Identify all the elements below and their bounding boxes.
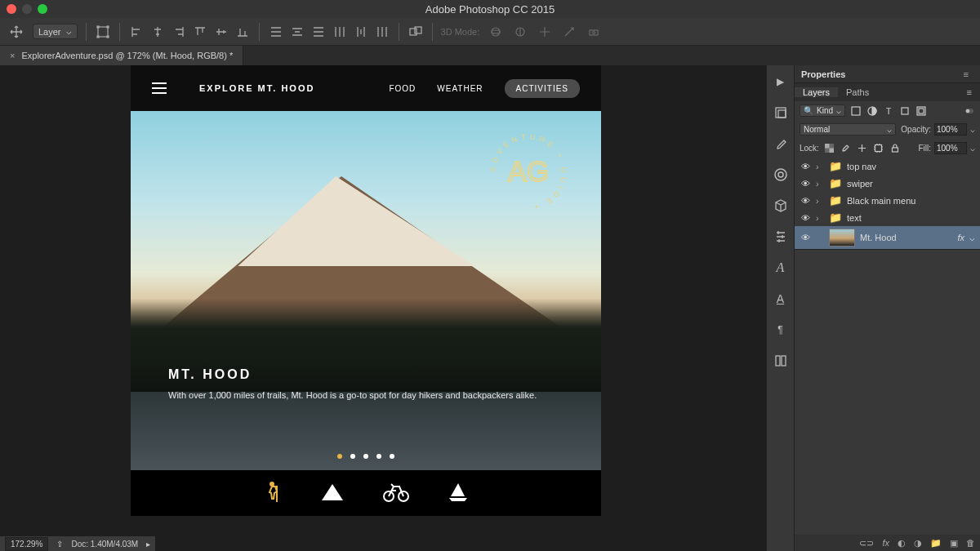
workspace: EXPLORE MT. HOOD FOOD WEATHER ACTIVITIES — [0, 65, 980, 551]
svg-rect-17 — [778, 110, 786, 118]
fill-input[interactable] — [934, 142, 967, 154]
align-horizontal-centers-icon[interactable] — [149, 24, 166, 40]
link-layers-icon[interactable]: ⊂⊃ — [859, 538, 874, 549]
lock-image-icon[interactable] — [840, 143, 852, 154]
separator — [86, 23, 87, 41]
layer-fx-badge[interactable]: fx — [957, 233, 964, 242]
align-vertical-centers-icon[interactable] — [213, 24, 229, 40]
opacity-input[interactable] — [934, 123, 967, 136]
blend-mode-value: Normal — [804, 125, 830, 134]
visibility-icon[interactable]: 👁 — [800, 213, 811, 223]
layers-flyout-icon[interactable]: ≡ — [959, 87, 980, 97]
svg-rect-16 — [776, 108, 786, 118]
opacity-field[interactable]: Opacity: ⌵ — [901, 123, 975, 136]
zoom-readout[interactable]: 172.29% — [5, 537, 48, 551]
align-bottom-edges-icon[interactable] — [234, 24, 251, 40]
transform-controls-icon[interactable] — [95, 24, 111, 40]
new-layer-icon[interactable]: ▣ — [950, 538, 958, 549]
auto-select-dropdown[interactable]: Layer ⌵ — [33, 24, 78, 39]
layer-list[interactable]: 👁 › 📁 top nav 👁 › 📁 swiper 👁 › 📁 Black m… — [795, 158, 980, 249]
paragraph-icon[interactable]: ¶ — [773, 322, 789, 338]
separator — [432, 23, 433, 41]
filter-smartobject-icon[interactable] — [915, 105, 927, 117]
delete-layer-icon[interactable]: 🗑 — [966, 538, 975, 548]
share-icon[interactable]: ⇪ — [56, 540, 63, 549]
blend-mode-dropdown[interactable]: Normal ⌵ — [800, 123, 896, 136]
visibility-icon[interactable]: 👁 — [800, 233, 811, 242]
folder-icon: 📁 — [829, 194, 842, 207]
layer-row[interactable]: 👁 › 📁 top nav — [795, 158, 980, 175]
layer-name: text — [847, 213, 862, 223]
disclosure-icon[interactable]: › — [816, 162, 824, 171]
filter-toggle-icon[interactable] — [964, 105, 975, 117]
lock-position-icon[interactable] — [857, 143, 868, 154]
distribute-top-icon[interactable] — [268, 24, 284, 40]
disclosure-icon[interactable]: › — [816, 179, 824, 189]
filter-shape-icon[interactable] — [899, 105, 911, 117]
distribute-bottom-icon[interactable] — [310, 24, 327, 40]
canvas-area[interactable]: EXPLORE MT. HOOD FOOD WEATHER ACTIVITIES — [0, 65, 766, 551]
svg-rect-20 — [776, 356, 780, 366]
disclosure-icon[interactable]: › — [816, 213, 824, 223]
layer-style-icon[interactable]: fx — [882, 538, 889, 548]
align-right-edges-icon[interactable] — [171, 24, 187, 40]
new-group-icon[interactable]: 📁 — [930, 538, 942, 549]
nav-weather: WEATHER — [437, 84, 483, 93]
layer-mask-icon[interactable]: ◐ — [898, 538, 906, 549]
align-group — [128, 24, 251, 40]
adjustment-layer-icon[interactable]: ◑ — [914, 538, 922, 549]
distribute-horizontal-icon[interactable] — [353, 24, 369, 40]
chevron-down-icon[interactable]: ⌵ — [969, 233, 975, 243]
app-title: Adobe Photoshop CC 2015 — [0, 3, 980, 16]
paragraph-styles-icon[interactable]: A — [773, 291, 789, 307]
layers-tab[interactable]: Layers — [795, 87, 838, 97]
filter-pixel-icon[interactable] — [850, 105, 862, 117]
adventure-guide-badge: ADVENTURE • GUIDE • AG — [483, 127, 573, 217]
properties-title: Properties — [801, 69, 845, 79]
flyout-menu-icon[interactable]: ≡ — [959, 69, 973, 79]
paths-tab[interactable]: Paths — [838, 87, 877, 97]
glyphs-icon[interactable] — [773, 353, 789, 369]
visibility-icon[interactable]: 👁 — [800, 179, 811, 189]
character-icon[interactable]: A — [773, 260, 789, 276]
close-window-icon[interactable] — [7, 4, 16, 14]
align-left-edges-icon[interactable] — [128, 24, 145, 40]
hero-text: MT. HOOD With over 1,000 miles of trails… — [168, 367, 564, 400]
properties-panel-header[interactable]: Properties ≡ — [795, 65, 980, 83]
distribute-vertical-icon[interactable] — [289, 24, 305, 40]
cc-libraries-icon[interactable] — [773, 167, 789, 183]
align-top-edges-icon[interactable] — [192, 24, 208, 40]
lock-artboard-icon[interactable] — [873, 143, 884, 154]
visibility-icon[interactable]: 👁 — [800, 162, 811, 171]
minimize-window-icon[interactable] — [22, 4, 32, 14]
distribute-left-icon[interactable] — [332, 24, 348, 40]
brush-icon[interactable] — [773, 136, 789, 152]
filter-kind-dropdown[interactable]: 🔍Kind⌵ — [800, 104, 845, 117]
disclosure-icon[interactable]: › — [816, 196, 824, 206]
play-icon[interactable]: ▶ — [773, 73, 789, 90]
adjustments-icon[interactable] — [773, 229, 789, 245]
close-tab-icon[interactable]: × — [10, 51, 15, 60]
lock-all-icon[interactable] — [889, 143, 901, 154]
layer-row[interactable]: 👁 › 📁 swiper — [795, 175, 980, 192]
document-tab[interactable]: × ExplorerAdventure.psd @ 172% (Mt. Hood… — [0, 46, 243, 65]
separator — [259, 23, 260, 41]
history-icon[interactable] — [773, 104, 789, 121]
auto-align-icon[interactable] — [408, 24, 424, 40]
layer-row[interactable]: 👁 › 📁 Black main menu — [795, 192, 980, 209]
move-tool-icon[interactable] — [8, 24, 24, 40]
filter-adjustment-icon[interactable] — [866, 105, 878, 117]
doc-info-chevron-icon[interactable]: ▸ — [146, 540, 150, 549]
layer-row[interactable]: 👁 › 📁 text — [795, 209, 980, 226]
visibility-icon[interactable]: 👁 — [800, 196, 811, 206]
svg-rect-21 — [782, 356, 786, 366]
3d-mode-label: 3D Mode: — [441, 27, 480, 37]
distribute-right-icon[interactable] — [374, 24, 390, 40]
lock-transparent-icon[interactable] — [824, 143, 835, 154]
sailboat-icon — [448, 482, 469, 505]
zoom-window-icon[interactable] — [38, 4, 47, 14]
cube-icon[interactable] — [773, 198, 789, 214]
layer-row-selected[interactable]: 👁 Mt. Hood fx ⌵ — [795, 226, 980, 249]
filter-type-icon[interactable]: T — [883, 105, 894, 117]
fill-field[interactable]: Fill: ⌵ — [918, 142, 975, 154]
